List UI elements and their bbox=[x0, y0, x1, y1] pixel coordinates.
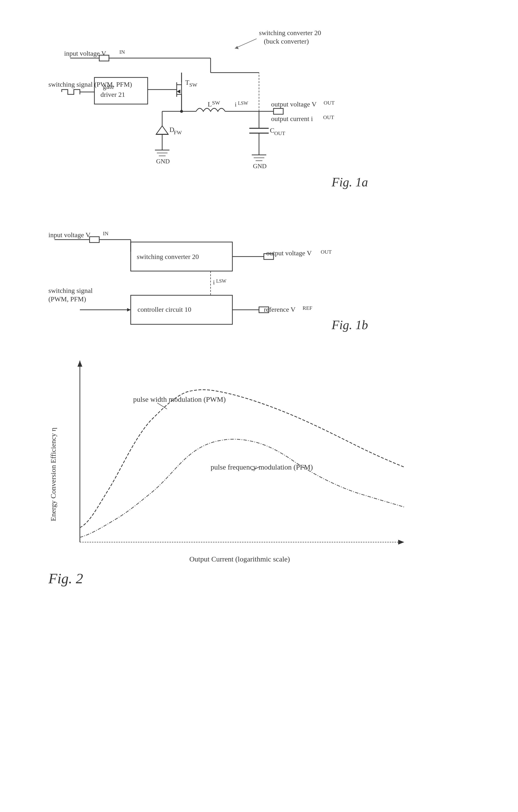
ilsw1b-sub: LSW bbox=[216, 278, 226, 284]
fig2-label: Fig. 2 bbox=[48, 571, 83, 586]
fig2-container: Energy Conversion Efficiency η Output Cu… bbox=[41, 353, 477, 571]
iout-label: output current i bbox=[271, 115, 313, 122]
sc-label2: (buck converter) bbox=[264, 37, 309, 45]
sw1b-label2: (PWM, PFM) bbox=[49, 295, 86, 303]
lsw-label: L bbox=[208, 100, 212, 108]
ilsw-sub: LSW bbox=[238, 100, 248, 106]
tsw-label: T bbox=[185, 79, 189, 86]
pwm-curve bbox=[80, 390, 404, 528]
x-axis-arrow bbox=[398, 540, 404, 545]
iout-sub: OUT bbox=[323, 114, 334, 120]
fig1b-container: input voltage V IN switching converter 2… bbox=[41, 208, 477, 334]
dfw-triangle bbox=[156, 126, 168, 134]
vout-sub: OUT bbox=[324, 100, 335, 106]
sc-arrow-line bbox=[235, 39, 257, 49]
pwm-symbol bbox=[62, 90, 80, 94]
sw1b-arrow bbox=[127, 308, 131, 312]
vout1b-label: output voltage V bbox=[266, 249, 312, 257]
sw-signal-label: switching signal (PWM, PFM) bbox=[49, 81, 132, 88]
vin-sub: IN bbox=[119, 49, 125, 55]
y-axis-arrow bbox=[78, 360, 82, 367]
fig1a-container: switching converter 20 (buck converter) … bbox=[41, 24, 477, 194]
tsw-sub: SW bbox=[189, 82, 197, 88]
sc-label: switching converter 20 bbox=[259, 29, 321, 36]
x-axis-label: Output Current (logarithmic scale) bbox=[189, 555, 290, 563]
ctrl-text: controller circuit 10 bbox=[138, 306, 191, 313]
cout-sub: OUT bbox=[274, 130, 285, 136]
fig1b-label: Fig. 1b bbox=[332, 318, 368, 332]
vout1b-sub: OUT bbox=[321, 249, 332, 255]
vin-label: input voltage V bbox=[64, 50, 106, 57]
sc20-text1: switching converter 20 bbox=[137, 253, 199, 260]
fig1a-label: Fig. 1a bbox=[332, 175, 368, 189]
tsw-arrow bbox=[177, 90, 180, 93]
y-axis-label: Energy Conversion Efficiency η bbox=[49, 428, 57, 521]
vin1b-sub: IN bbox=[103, 230, 109, 236]
vout-label: output voltage V bbox=[271, 100, 317, 108]
pfm-label: pulse frequency modulation (PFM) bbox=[210, 463, 313, 471]
cout-label: C bbox=[270, 126, 275, 134]
ilsw-label: i bbox=[235, 101, 236, 108]
fig1a-svg: switching converter 20 (buck converter) … bbox=[41, 24, 477, 194]
dfw-sub: FW bbox=[174, 129, 182, 136]
vref-sub: REF bbox=[303, 305, 312, 311]
inductor-symbol bbox=[196, 109, 225, 112]
sw1b-label1: switching signal bbox=[49, 287, 93, 294]
page: switching converter 20 (buck converter) … bbox=[0, 0, 518, 812]
pwm-label: pulse width modulation (PWM) bbox=[133, 395, 226, 403]
fig2-svg: Energy Conversion Efficiency η Output Cu… bbox=[41, 353, 477, 590]
sc-arrow-head bbox=[235, 46, 239, 49]
gate-driver-text2: driver 21 bbox=[100, 91, 125, 98]
ilsw1b-label: i bbox=[213, 279, 215, 286]
gnd2-label: GND bbox=[253, 163, 266, 170]
gnd1-label: GND bbox=[156, 158, 170, 165]
lsw-sub: SW bbox=[212, 100, 220, 106]
vout-connector bbox=[274, 109, 283, 114]
fig1b-svg: input voltage V IN switching converter 2… bbox=[41, 208, 477, 334]
vin1b-conn bbox=[90, 237, 99, 242]
vin1b-label: input voltage V bbox=[49, 231, 90, 239]
